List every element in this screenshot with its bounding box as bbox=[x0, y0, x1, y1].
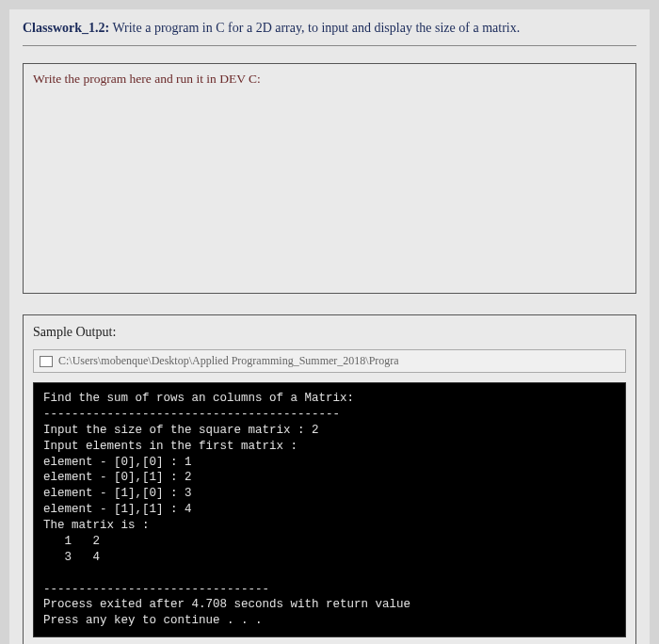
task-label: Classwork_1.2: bbox=[23, 21, 109, 35]
path-text: C:\Users\mobenque\Desktop\Applied Progra… bbox=[58, 354, 399, 368]
console-output: Find the sum of rows an columns of a Mat… bbox=[33, 382, 626, 637]
write-program-box: Write the program here and run it in DEV… bbox=[23, 63, 636, 294]
worksheet-page: Classwork_1.2: Write a program in C for … bbox=[9, 9, 650, 644]
sample-title: Sample Output: bbox=[33, 325, 626, 346]
write-prompt: Write the program here and run it in DEV… bbox=[33, 72, 626, 87]
task-text: Write a program in C for a 2D array, to … bbox=[109, 21, 520, 35]
titlebar-path: C:\Users\mobenque\Desktop\Applied Progra… bbox=[33, 349, 626, 373]
window-icon bbox=[40, 356, 53, 367]
sample-output-box: Sample Output: C:\Users\mobenque\Desktop… bbox=[23, 314, 636, 644]
task-header: Classwork_1.2: Write a program in C for … bbox=[23, 17, 636, 46]
